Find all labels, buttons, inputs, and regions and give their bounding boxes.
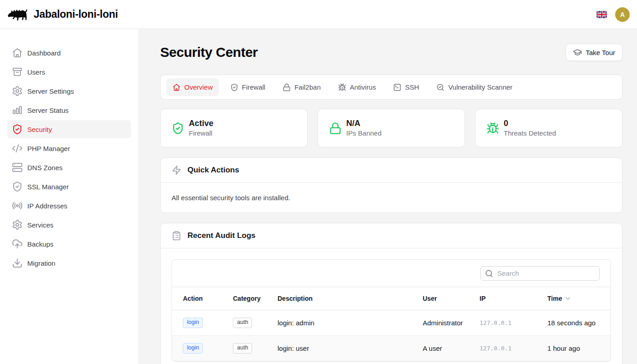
- tab-label: Vulnerability Scanner: [448, 83, 512, 91]
- action-badge: login: [183, 318, 203, 328]
- sidebar-item-security[interactable]: Security: [7, 120, 131, 138]
- column-header-ip: IP: [480, 295, 547, 302]
- category-badge: auth: [233, 343, 252, 354]
- avatar[interactable]: A: [615, 7, 630, 22]
- sidebar-item-users[interactable]: Users: [7, 63, 131, 81]
- shield-check-icon: [12, 124, 23, 135]
- search-check-icon: [436, 83, 445, 91]
- sidebar-item-services[interactable]: Services: [7, 216, 131, 234]
- sidebar-item-label: Services: [27, 221, 54, 229]
- search-icon: [485, 269, 493, 278]
- sidebar-item-migration[interactable]: Migration: [7, 254, 131, 272]
- sidebar-item-label: DNS Zones: [27, 164, 63, 172]
- stat-value: Active: [189, 118, 213, 129]
- quick-actions-message: All essential security tools are install…: [172, 194, 290, 202]
- archive-icon: [12, 66, 23, 77]
- main-content: Security Center Take Tour Overview Firew…: [138, 29, 637, 364]
- lock-icon: [329, 122, 342, 135]
- take-tour-button[interactable]: Take Tour: [566, 44, 622, 61]
- user-cell: Administrator: [423, 319, 480, 327]
- sidebar-item-ssl-manager[interactable]: SSL Manager: [7, 177, 131, 196]
- stat-value: N/A: [346, 118, 382, 129]
- time-cell: 1 hour ago: [547, 344, 611, 352]
- tab-vulnerability-scanner[interactable]: Vulnerability Scanner: [430, 78, 518, 96]
- column-header-category: Category: [233, 295, 278, 302]
- tab-label: Antivirus: [350, 83, 376, 91]
- sidebar-item-backups[interactable]: Backups: [7, 235, 131, 253]
- app-title: Jabaloni-loni-loni: [34, 8, 118, 20]
- table-row: login auth login: user A user 127.0.0.1 …: [172, 336, 611, 361]
- shield-check-icon: [172, 122, 184, 135]
- brand: Jabaloni-loni-loni: [7, 7, 118, 22]
- description-cell: login: admin: [278, 319, 423, 327]
- server-stack-icon: [12, 162, 23, 173]
- gear-icon: [12, 219, 23, 230]
- uk-flag-icon[interactable]: [597, 11, 607, 18]
- sidebar-item-label: Server Status: [27, 106, 69, 114]
- code-icon: [12, 143, 23, 154]
- security-tabs: Overview Firewall Fail2ban Antivirus SSH…: [160, 75, 622, 100]
- tab-antivirus[interactable]: Antivirus: [332, 78, 382, 96]
- stat-card-ips-banned: N/A IPs Banned: [318, 109, 465, 147]
- sidebar-item-label: SSL Manager: [27, 183, 69, 191]
- chevron-down-icon: [564, 295, 571, 302]
- shield-check-icon: [12, 181, 23, 192]
- stat-label: Threats Detected: [504, 129, 556, 138]
- sidebar-item-dns-zones[interactable]: DNS Zones: [7, 158, 131, 177]
- column-header-time[interactable]: Time: [547, 295, 611, 302]
- clipboard-icon: [172, 231, 182, 241]
- ip-cell: 127.0.0.1: [480, 345, 547, 352]
- audit-logs-title: Recent Audit Logs: [187, 231, 256, 240]
- sidebar-item-dashboard[interactable]: Dashboard: [7, 44, 131, 62]
- stat-label: Firewall: [189, 129, 213, 138]
- sidebar-item-php-manager[interactable]: PHP Manager: [7, 139, 131, 157]
- sidebar-item-label: IP Addresses: [27, 202, 67, 210]
- sidebar-item-label: Users: [27, 68, 45, 76]
- sidebar-item-label: PHP Manager: [27, 145, 70, 152]
- category-badge: auth: [233, 318, 252, 328]
- home-icon: [12, 47, 23, 58]
- sidebar-item-server-status[interactable]: Server Status: [7, 101, 131, 119]
- stat-card-firewall: Active Firewall: [160, 109, 308, 147]
- cloud-upload-icon: [12, 238, 23, 249]
- sidebar-item-server-settings[interactable]: Server Settings: [7, 82, 131, 100]
- tab-fail2ban[interactable]: Fail2ban: [277, 78, 327, 96]
- page-title: Security Center: [160, 45, 258, 60]
- sidebar-item-label: Security: [27, 126, 52, 133]
- bug-icon: [486, 122, 499, 135]
- table-header-row: Action Category Description User IP Time: [172, 287, 611, 310]
- shield-check-icon: [230, 83, 238, 91]
- tab-overview[interactable]: Overview: [167, 78, 219, 96]
- top-bar: Jabaloni-loni-loni A: [0, 0, 637, 29]
- audit-logs-table: Action Category Description User IP Time…: [172, 259, 611, 362]
- lock-icon: [283, 83, 291, 91]
- terminal-icon: [393, 83, 401, 91]
- broadcast-icon: [12, 200, 23, 211]
- sidebar-item-label: Migration: [27, 259, 56, 267]
- ip-cell: 127.0.0.1: [480, 319, 547, 326]
- tab-ssh[interactable]: SSH: [387, 78, 425, 96]
- column-header-action: Action: [172, 295, 233, 302]
- bar-chart-icon: [12, 105, 23, 116]
- stat-value: 0: [504, 118, 556, 129]
- sidebar-item-ip-addresses[interactable]: IP Addresses: [7, 197, 131, 215]
- audit-logs-panel: Recent Audit Logs Action Category Descri…: [160, 223, 622, 364]
- boar-logo-icon: [7, 7, 28, 22]
- tab-label: Overview: [184, 83, 213, 91]
- time-cell: 18 seconds ago: [547, 319, 611, 327]
- stat-card-threats: 0 Threats Detected: [475, 109, 622, 147]
- description-cell: login: user: [278, 344, 423, 352]
- home-icon: [172, 83, 181, 91]
- quick-actions-title: Quick Actions: [187, 166, 239, 175]
- sidebar-item-label: Server Settings: [27, 87, 74, 95]
- action-badge: login: [183, 343, 203, 354]
- search-input[interactable]: [480, 266, 600, 281]
- column-header-user: User: [423, 295, 480, 302]
- user-cell: A user: [423, 344, 480, 352]
- download-icon: [12, 258, 23, 268]
- gear-icon: [12, 86, 23, 96]
- quick-actions-panel: Quick Actions All essential security too…: [160, 157, 622, 213]
- tab-firewall[interactable]: Firewall: [224, 78, 272, 96]
- sidebar: Dashboard Users Server Settings Server S…: [0, 29, 138, 364]
- sidebar-item-label: Backups: [27, 240, 54, 248]
